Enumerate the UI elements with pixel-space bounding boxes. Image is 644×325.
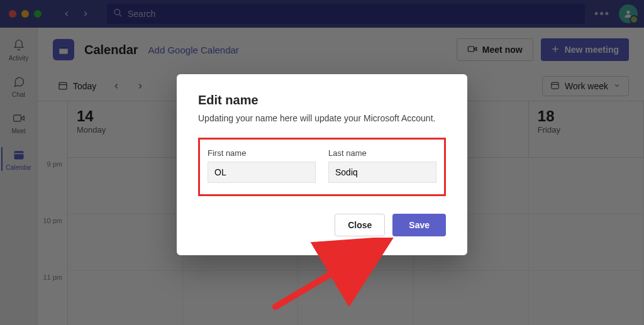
close-button[interactable]: Close bbox=[335, 214, 385, 236]
modal-title: Edit name bbox=[198, 93, 446, 107]
edit-name-modal: Edit name Updating your name here will u… bbox=[177, 74, 467, 255]
name-fields-highlight: First name Last name bbox=[198, 138, 446, 196]
last-name-input[interactable] bbox=[328, 162, 436, 183]
last-name-label: Last name bbox=[328, 148, 436, 158]
modal-subtitle: Updating your name here will update your… bbox=[198, 113, 446, 125]
first-name-input[interactable] bbox=[208, 162, 316, 183]
first-name-label: First name bbox=[208, 148, 316, 158]
modal-overlay: Edit name Updating your name here will u… bbox=[0, 0, 644, 325]
save-button[interactable]: Save bbox=[392, 214, 446, 236]
